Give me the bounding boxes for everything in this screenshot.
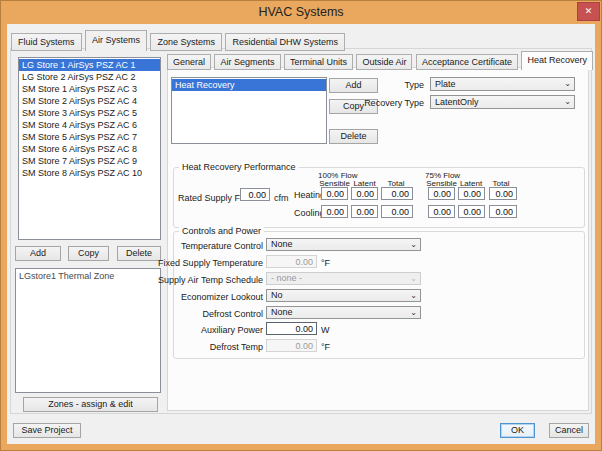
tab-heat-recovery[interactable]: Heat Recovery (521, 51, 593, 70)
tab-outside-air[interactable]: Outside Air (356, 54, 412, 70)
cooling-75-latent-input[interactable] (458, 205, 485, 218)
close-icon: ✕ (585, 6, 593, 16)
title-bar[interactable]: HVAC Systems ✕ (0, 0, 602, 24)
system-list-item[interactable]: SM Store 8 AirSys PSZ AC 10 (19, 167, 160, 179)
air-systems-listbox[interactable]: LG Store 1 AirSys PSZ AC 1 LG Store 2 Ai… (18, 57, 161, 240)
tab-acceptance-certificate[interactable]: Acceptance Certificate (416, 54, 518, 70)
tab-label: Terminal Units (290, 57, 347, 67)
fixed-supply-temperature-input (266, 255, 317, 268)
heat-recovery-list-item[interactable]: Heat Recovery (172, 79, 326, 91)
recovery-type-label: Recovery Type (324, 98, 424, 108)
cancel-button[interactable]: Cancel (549, 423, 589, 438)
cooling-100-sensible-input[interactable] (321, 205, 348, 218)
chevron-down-icon: ⌄ (410, 290, 417, 301)
system-list-item[interactable]: SM Store 3 AirSys PSZ AC 5 (19, 107, 160, 119)
defrost-temp-unit: °F (321, 342, 330, 352)
cooling-75-total-input[interactable] (489, 205, 517, 218)
defrost-temp-label: Defrost Temp (43, 342, 263, 352)
cooling-row-label: Cooling (294, 208, 325, 218)
tab-label: Fluid Systems (18, 37, 75, 47)
tab-label: Air Segments (220, 57, 274, 67)
chevron-down-icon: ⌄ (410, 239, 417, 250)
system-list-item[interactable]: SM Store 1 AirSys PSZ AC 3 (19, 83, 160, 95)
heat-recovery-delete-button[interactable]: Delete (329, 129, 378, 144)
supply-air-temp-schedule-label: Supply Air Temp Schedule (43, 275, 263, 285)
supply-air-temp-schedule-value: - none - (271, 273, 302, 283)
system-list-item[interactable]: SM Store 6 AirSys PSZ AC 8 (19, 143, 160, 155)
tab-air-systems[interactable]: Air Systems (85, 30, 147, 51)
heating-75-latent-input[interactable] (458, 187, 485, 200)
tab-label: Heat Recovery (527, 55, 587, 65)
tab-general[interactable]: General (167, 54, 211, 70)
zones-assign-edit-button[interactable]: Zones - assign & edit (23, 397, 158, 412)
temperature-control-select[interactable]: None ⌄ (266, 238, 421, 251)
tab-label: Acceptance Certificate (422, 57, 512, 67)
cooling-100-latent-input[interactable] (351, 205, 378, 218)
heating-75-sensible-input[interactable] (428, 187, 455, 200)
cooling-75-sensible-input[interactable] (428, 205, 455, 218)
temperature-control-value: None (271, 239, 293, 249)
auxiliary-power-unit: W (321, 325, 330, 335)
type-select[interactable]: Plate ⌄ (430, 77, 575, 91)
hvac-systems-dialog: HVAC Systems ✕ Fluid Systems Air Systems… (0, 0, 602, 451)
defrost-control-select[interactable]: None ⌄ (266, 306, 421, 319)
tab-label: Air Systems (92, 35, 140, 45)
ok-button[interactable]: OK (500, 423, 535, 438)
performance-group-title: Heat Recovery Performance (179, 162, 299, 172)
tab-label: Residential DHW Systems (232, 37, 338, 47)
heat-recovery-listbox[interactable]: Heat Recovery (171, 77, 327, 144)
auxiliary-power-input[interactable] (266, 322, 317, 335)
temperature-control-label: Temperature Control (43, 241, 263, 251)
heating-75-total-input[interactable] (489, 187, 517, 200)
type-select-value: Plate (435, 79, 456, 89)
auxiliary-power-label: Auxiliary Power (43, 325, 263, 335)
tab-residential-dhw-systems[interactable]: Residential DHW Systems (225, 33, 345, 51)
heating-100-total-input[interactable] (381, 187, 413, 200)
chevron-down-icon: ⌄ (410, 273, 417, 284)
main-tabstrip: Fluid Systems Air Systems Zone Systems R… (11, 30, 344, 51)
tab-label: Outside Air (362, 57, 406, 67)
save-project-button[interactable]: Save Project (13, 423, 81, 438)
cooling-100-total-input[interactable] (381, 205, 413, 218)
system-list-item[interactable]: SM Store 7 AirSys PSZ AC 9 (19, 155, 160, 167)
rated-supply-flow-unit: cfm (274, 193, 289, 203)
fixed-supply-temperature-unit: °F (321, 258, 330, 268)
heating-100-sensible-input[interactable] (321, 187, 348, 200)
chevron-down-icon: ⌄ (410, 307, 417, 318)
detail-tabstrip: General Air Segments Terminal Units Outs… (167, 51, 592, 70)
system-list-item[interactable]: SM Store 5 AirSys PSZ AC 7 (19, 131, 160, 143)
recovery-type-select[interactable]: LatentOnly ⌄ (430, 95, 575, 109)
recovery-type-select-value: LatentOnly (435, 97, 479, 107)
heating-100-latent-input[interactable] (351, 187, 378, 200)
tab-zone-systems[interactable]: Zone Systems (150, 33, 222, 51)
system-list-item[interactable]: SM Store 4 AirSys PSZ AC 6 (19, 119, 160, 131)
economizer-lockout-select[interactable]: No ⌄ (266, 289, 421, 302)
window-title: HVAC Systems (258, 5, 343, 19)
chevron-down-icon: ⌄ (564, 96, 571, 108)
tab-terminal-units[interactable]: Terminal Units (284, 54, 353, 70)
system-list-item[interactable]: LG Store 1 AirSys PSZ AC 1 (19, 59, 160, 71)
type-label: Type (324, 80, 424, 90)
rated-supply-flow-input[interactable] (240, 188, 270, 201)
chevron-down-icon: ⌄ (564, 78, 571, 90)
tab-air-segments[interactable]: Air Segments (214, 54, 280, 70)
defrost-temp-input (266, 339, 317, 352)
economizer-lockout-label: Economizer Lookout (43, 292, 263, 302)
supply-air-temp-schedule-select: - none - ⌄ (266, 272, 421, 285)
tab-label: Zone Systems (157, 37, 215, 47)
controls-group-title: Controls and Power (179, 226, 264, 236)
system-list-item[interactable]: SM Store 2 AirSys PSZ AC 4 (19, 95, 160, 107)
system-list-item[interactable]: LG Store 2 AirSys PSZ AC 2 (19, 71, 160, 83)
tab-fluid-systems[interactable]: Fluid Systems (11, 33, 82, 51)
close-button[interactable]: ✕ (577, 2, 600, 21)
defrost-control-value: None (271, 307, 293, 317)
defrost-control-label: Defrost Control (43, 309, 263, 319)
dialog-client-area: Fluid Systems Air Systems Zone Systems R… (7, 24, 595, 444)
economizer-lockout-value: No (271, 290, 283, 300)
tab-label: General (173, 57, 205, 67)
fixed-supply-temperature-label: Fixed Supply Temperature (43, 258, 263, 268)
